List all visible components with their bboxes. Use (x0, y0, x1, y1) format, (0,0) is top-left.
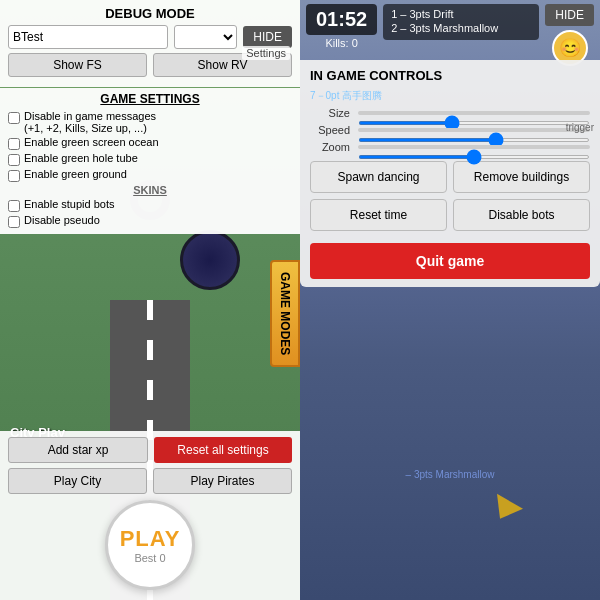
size-slider-track (358, 111, 590, 115)
checkbox-0[interactable] (8, 112, 20, 124)
checkbox-label-2: Enable green hole tube (24, 152, 138, 164)
reset-time-button[interactable]: Reset time (310, 199, 447, 231)
checkbox-row-2: Enable green hole tube (8, 152, 292, 166)
points-section: 1 – 3pts Drift 2 – 3pts Marshmallow (377, 4, 545, 40)
zoom-slider-label: Zoom (310, 141, 350, 153)
hide-avatar-section: HIDE 😊 (545, 4, 594, 66)
settings-label-left: Settings (242, 46, 290, 60)
checkbox-3[interactable] (8, 170, 20, 182)
speed-slider-track (358, 128, 590, 132)
ingame-header: IN GAME CONTROLS trigger (310, 68, 590, 89)
game-settings-section: GAME SETTINGS Disable in game messages(+… (0, 88, 300, 234)
speed-slider[interactable] (358, 138, 590, 142)
ingame-controls-title: IN GAME CONTROLS (310, 68, 442, 83)
size-slider-label: Size (310, 107, 350, 119)
checkbox-label-5: Disable pseudo (24, 214, 100, 226)
zoom-slider[interactable] (358, 155, 590, 159)
hide-button-left[interactable]: HIDE (243, 26, 292, 48)
checkbox-4[interactable] (8, 200, 20, 212)
spawn-dancing-button[interactable]: Spawn dancing (310, 161, 447, 193)
timer-section: 01:52 Kills: 0 (306, 4, 377, 49)
points-row-1: 2 – 3pts Marshmallow (391, 22, 531, 34)
cn-overlay-text: 7－0pt 高手图腾 (310, 89, 590, 103)
checkbox-row-0: Disable in game messages(+1, +2, Kills, … (8, 110, 292, 134)
remove-buildings-button[interactable]: Remove buildings (453, 161, 590, 193)
game-modes-button[interactable]: GAME MODES (270, 260, 300, 367)
play-mode-row: Play City Play Pirates (8, 468, 292, 494)
checkbox-row-4: Enable stupid bots (8, 198, 292, 212)
play-city-button[interactable]: Play City (8, 468, 147, 494)
play-pirates-button[interactable]: Play Pirates (153, 468, 292, 494)
ingame-controls-panel: IN GAME CONTROLS trigger 7－0pt 高手图腾 Size… (300, 60, 600, 287)
checkbox-label-0: Disable in game messages(+1, +2, Kills, … (24, 110, 156, 134)
checkbox-label-4: Enable stupid bots (24, 198, 115, 210)
navigation-arrow (490, 500, 520, 520)
timer-display: 01:52 (306, 4, 377, 35)
debug-dropdown[interactable] (174, 25, 237, 49)
best-score-label: Best 0 (134, 552, 165, 564)
show-fs-button[interactable]: Show FS (8, 53, 147, 77)
zoom-slider-track (358, 145, 590, 149)
checkbox-label-1: Enable green screen ocean (24, 136, 159, 148)
points-panel: 1 – 3pts Drift 2 – 3pts Marshmallow (383, 4, 539, 40)
checkbox-5[interactable] (8, 216, 20, 228)
hole-circle (180, 230, 240, 290)
bottom-panel: Add star xp Reset all settings Play City… (0, 431, 300, 600)
checkbox-label-3: Enable green ground (24, 168, 127, 180)
add-reset-row: Add star xp Reset all settings (8, 437, 292, 463)
reset-all-settings-button[interactable]: Reset all settings (154, 437, 292, 463)
checkbox-row-3: Enable green ground (8, 168, 292, 182)
trigger-label: trigger (566, 122, 594, 133)
points-row-0: 1 – 3pts Drift (391, 8, 531, 20)
checkbox-row-5: Disable pseudo (8, 214, 292, 228)
debug-input[interactable] (8, 25, 168, 49)
size-slider[interactable] (358, 121, 590, 125)
debug-panel: DEBUG MODE HIDE Show FS Show RV (0, 0, 300, 87)
hide-button-right[interactable]: HIDE (545, 4, 594, 26)
speed-slider-label: Speed (310, 124, 350, 136)
marshmallow-overlay: – 3pts Marshmallow (406, 469, 495, 480)
control-buttons-grid: Spawn dancing Remove buildings Reset tim… (310, 161, 590, 231)
quit-game-button[interactable]: Quit game (310, 243, 590, 279)
debug-title: DEBUG MODE (8, 6, 292, 21)
disable-bots-button[interactable]: Disable bots (453, 199, 590, 231)
play-circle-container: PLAY Best 0 (8, 500, 292, 590)
right-panel: 01:52 Kills: 0 1 – 3pts Drift 2 – 3pts M… (300, 0, 600, 600)
checkbox-2[interactable] (8, 154, 20, 166)
play-button[interactable]: PLAY Best 0 (105, 500, 195, 590)
skins-label: SKINS (8, 184, 292, 196)
checkbox-row-1: Enable green screen ocean (8, 136, 292, 150)
size-slider-row: Size (310, 107, 590, 119)
add-star-xp-button[interactable]: Add star xp (8, 437, 148, 463)
kills-label: Kills: 0 (325, 37, 357, 49)
left-panel: DEBUG MODE HIDE Show FS Show RV Settings… (0, 0, 300, 600)
checkbox-1[interactable] (8, 138, 20, 150)
play-label: PLAY (120, 526, 181, 552)
game-settings-title: GAME SETTINGS (8, 92, 292, 106)
